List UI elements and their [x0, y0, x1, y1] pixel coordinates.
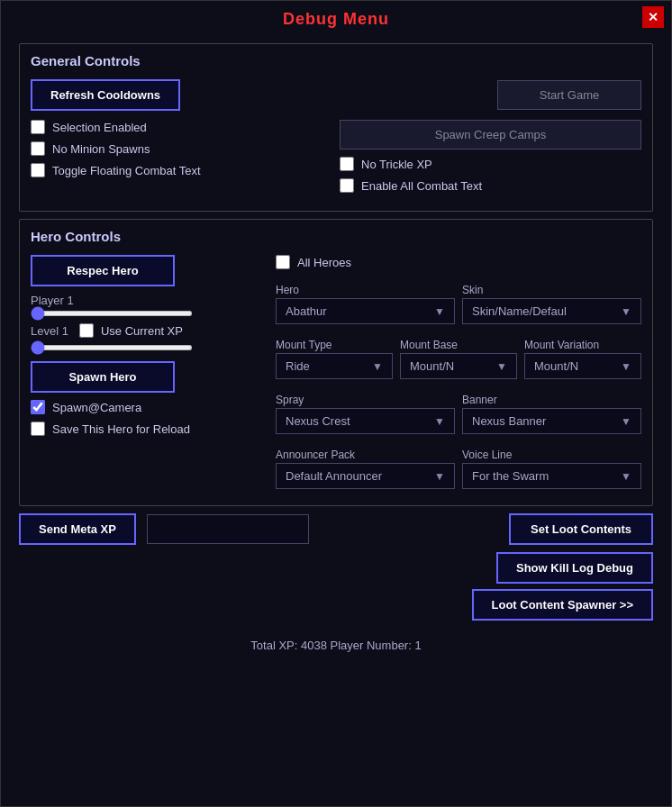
mount-base-container: Mount Base Mount/N ▼ [400, 339, 517, 379]
all-heroes-checkbox[interactable] [276, 255, 290, 269]
right-checkboxes: Spawn Creep Camps No Trickle XP Enable A… [340, 120, 641, 193]
mount-variation-dropdown[interactable]: Mount/N ▼ [524, 353, 641, 379]
banner-label: Banner [462, 394, 641, 406]
enable-all-combat-checkbox[interactable] [340, 178, 354, 193]
spray-banner-row: Spray Nexus Crest ▼ Banner Nexus Banner … [276, 394, 641, 434]
use-current-xp-row[interactable]: Use Current XP [79, 323, 183, 338]
mount-variation-label: Mount Variation [524, 339, 641, 351]
spawn-at-camera-checkbox[interactable] [31, 400, 45, 414]
mount-type-dropdown[interactable]: Ride ▼ [276, 353, 393, 379]
toggle-floating-label: Toggle Floating Combat Text [52, 164, 201, 177]
mount-base-value: Mount/N [410, 359, 454, 373]
refresh-cooldowns-button[interactable]: Refresh Cooldowns [31, 79, 180, 111]
spray-dropdown[interactable]: Nexus Crest ▼ [276, 408, 455, 434]
mount-variation-arrow: ▼ [621, 360, 631, 373]
hero-skin-row: Hero Abathur ▼ Skin Skin/Name/Defaul ▼ [276, 284, 641, 324]
skin-value: Skin/Name/Defaul [472, 304, 567, 318]
selection-enabled-row[interactable]: Selection Enabled [31, 120, 332, 134]
enable-all-combat-label: Enable All Combat Text [361, 179, 482, 193]
left-checkboxes: Selection Enabled No Minion Spawns Toggl… [31, 120, 332, 193]
status-text: Total XP: 4038 Player Number: 1 [250, 639, 421, 652]
debug-window: Debug Menu ✕ General Controls Refresh Co… [0, 0, 672, 807]
voice-line-dropdown[interactable]: For the Swarm ▼ [462, 463, 641, 489]
toggle-floating-row[interactable]: Toggle Floating Combat Text [31, 163, 332, 177]
hero-controls-grid: Respec Hero Player 1 Level 1 Use Current… [31, 255, 641, 496]
use-current-xp-checkbox[interactable] [79, 323, 94, 338]
spawn-at-camera-row[interactable]: Spawn@Camera [31, 400, 265, 414]
banner-arrow: ▼ [621, 415, 631, 428]
window-title: Debug Menu [283, 10, 389, 28]
status-bar: Total XP: 4038 Player Number: 1 [1, 631, 671, 652]
toggle-floating-checkbox[interactable] [31, 163, 45, 177]
hero-left-panel: Respec Hero Player 1 Level 1 Use Current… [31, 255, 265, 496]
send-meta-xp-button[interactable]: Send Meta XP [19, 513, 136, 545]
save-hero-checkbox[interactable] [31, 422, 45, 436]
voice-line-label: Voice Line [462, 449, 641, 461]
top-buttons-row: Refresh Cooldowns Start Game [31, 79, 641, 111]
spray-arrow: ▼ [434, 415, 445, 428]
banner-value: Nexus Banner [472, 414, 546, 428]
spawn-creep-camps-button[interactable]: Spawn Creep Camps [340, 120, 641, 150]
voice-line-value: For the Swarm [472, 469, 549, 483]
hero-right-panel: All Heroes Hero Abathur ▼ Skin S [276, 255, 641, 496]
title-bar: Debug Menu ✕ [1, 1, 671, 36]
no-trickle-xp-checkbox[interactable] [340, 157, 354, 171]
no-minion-spawns-row[interactable]: No Minion Spawns [31, 141, 332, 156]
spray-value: Nexus Crest [286, 414, 350, 428]
mount-type-arrow: ▼ [372, 360, 383, 373]
mount-base-label: Mount Base [400, 339, 517, 351]
player-slider[interactable] [31, 311, 193, 316]
checkboxes-grid: Selection Enabled No Minion Spawns Toggl… [31, 120, 641, 193]
mount-type-label: Mount Type [276, 339, 393, 351]
announcer-label: Announcer Pack [276, 449, 455, 461]
all-heroes-label: All Heroes [297, 256, 351, 269]
enable-all-combat-row[interactable]: Enable All Combat Text [340, 178, 641, 193]
spawn-at-camera-label: Spawn@Camera [52, 401, 141, 414]
level-label: Level 1 [31, 324, 68, 338]
spray-container: Spray Nexus Crest ▼ [276, 394, 455, 434]
mount-variation-value: Mount/N [534, 359, 578, 373]
all-heroes-checkbox-row[interactable]: All Heroes [276, 255, 351, 269]
show-kill-log-button[interactable]: Show Kill Log Debug [496, 552, 653, 584]
banner-container: Banner Nexus Banner ▼ [462, 394, 641, 434]
skin-dropdown-container: Skin Skin/Name/Defaul ▼ [462, 284, 641, 324]
loot-content-spawner-button[interactable]: Loot Content Spawner >> [472, 589, 653, 621]
mount-base-dropdown[interactable]: Mount/N ▼ [400, 353, 517, 379]
announcer-container: Announcer Pack Default Announcer ▼ [276, 449, 455, 489]
set-loot-container: Set Loot Contents [509, 513, 653, 545]
voice-line-container: Voice Line For the Swarm ▼ [462, 449, 641, 489]
announcer-dropdown[interactable]: Default Announcer ▼ [276, 463, 455, 489]
selection-enabled-label: Selection Enabled [52, 121, 147, 134]
set-loot-contents-button[interactable]: Set Loot Contents [509, 513, 653, 545]
mount-type-container: Mount Type Ride ▼ [276, 339, 393, 379]
spray-label: Spray [276, 394, 455, 406]
player-label: Player 1 [31, 294, 265, 307]
selection-enabled-checkbox[interactable] [31, 120, 45, 134]
mount-type-value: Ride [286, 359, 310, 373]
skin-dropdown-arrow: ▼ [621, 305, 631, 318]
skin-dropdown[interactable]: Skin/Name/Defaul ▼ [462, 298, 641, 324]
mount-base-arrow: ▼ [496, 360, 507, 373]
level-slider[interactable] [31, 345, 193, 350]
bottom-controls-row: Send Meta XP Set Loot Contents [19, 513, 653, 545]
start-game-button[interactable]: Start Game [497, 80, 641, 110]
hero-dropdown[interactable]: Abathur ▼ [276, 298, 455, 324]
no-minion-spawns-checkbox[interactable] [31, 141, 45, 156]
loot-spawner-row: Loot Content Spawner >> [19, 589, 653, 621]
close-button[interactable]: ✕ [642, 6, 664, 28]
announcer-voice-row: Announcer Pack Default Announcer ▼ Voice… [276, 449, 641, 489]
save-hero-row[interactable]: Save This Hero for Reload [31, 422, 265, 436]
respec-hero-button[interactable]: Respec Hero [31, 255, 175, 286]
meta-xp-input[interactable] [147, 514, 309, 544]
general-controls-title: General Controls [31, 53, 641, 68]
banner-dropdown[interactable]: Nexus Banner ▼ [462, 408, 641, 434]
hero-value: Abathur [286, 304, 327, 318]
spawn-hero-button[interactable]: Spawn Hero [31, 361, 175, 393]
voice-line-arrow: ▼ [621, 470, 631, 483]
hero-label: Hero [276, 284, 455, 296]
no-trickle-xp-row[interactable]: No Trickle XP [340, 157, 641, 171]
hero-dropdown-container: Hero Abathur ▼ [276, 284, 455, 324]
no-minion-spawns-label: No Minion Spawns [52, 142, 150, 156]
mount-row: Mount Type Ride ▼ Mount Base Mount/N ▼ [276, 339, 641, 379]
no-trickle-xp-label: No Trickle XP [361, 158, 432, 171]
